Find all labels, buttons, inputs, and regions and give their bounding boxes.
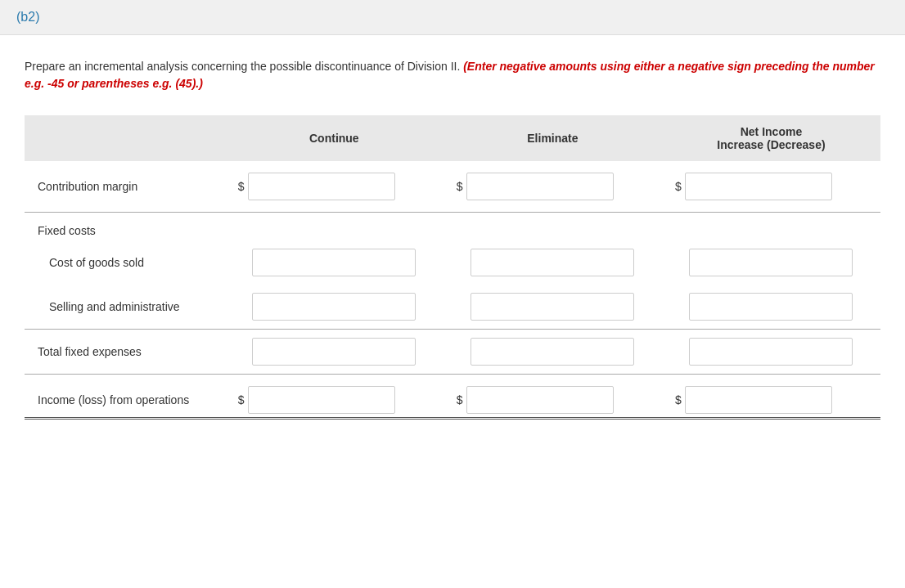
cell-income-net: $ [662, 375, 880, 419]
cell-cogs-eliminate [443, 240, 662, 285]
col-header-continue: Continue [225, 115, 443, 161]
input-selling-eliminate[interactable] [471, 293, 634, 321]
input-selling-net[interactable] [689, 293, 853, 321]
input-contribution-net[interactable] [685, 173, 832, 200]
input-cogs-continue[interactable] [252, 249, 416, 276]
label-total-fixed: Total fixed expenses [25, 330, 225, 375]
row-cost-of-goods: Cost of goods sold [25, 240, 880, 285]
input-total-net[interactable] [689, 338, 853, 366]
cell-contribution-netincome: $ [662, 161, 880, 213]
dollar-sign-cm-net: $ [675, 180, 682, 193]
row-total-fixed: Total fixed expenses [25, 330, 880, 375]
dollar-wrapper-income-eliminate: $ [457, 386, 649, 414]
dollar-sign-cm-eliminate: $ [457, 180, 463, 193]
instructions-static: Prepare an incremental analysis concerni… [25, 60, 460, 73]
input-total-continue[interactable] [252, 338, 416, 366]
row-contribution-margin: Contribution margin $ $ [25, 161, 880, 213]
row-income-loss: Income (loss) from operations $ $ [25, 375, 880, 419]
cell-contribution-eliminate: $ [443, 161, 662, 213]
dollar-wrapper-cm-eliminate: $ [457, 173, 649, 200]
dollar-wrapper-cm-net: $ [675, 173, 867, 200]
dollar-wrapper-income-net: $ [675, 386, 867, 414]
cell-selling-net [662, 285, 880, 330]
input-income-eliminate[interactable] [466, 386, 614, 414]
content-area: Prepare an incremental analysis concerni… [0, 35, 905, 442]
cell-total-net [662, 330, 880, 375]
input-contribution-eliminate[interactable] [466, 173, 614, 200]
cell-total-eliminate [443, 330, 662, 375]
input-total-eliminate[interactable] [471, 338, 634, 366]
col-header-label [25, 115, 225, 161]
input-income-continue[interactable] [248, 386, 395, 414]
cell-selling-eliminate [443, 285, 662, 330]
cell-total-continue [225, 330, 443, 375]
analysis-table: Continue Eliminate Net IncomeIncrease (D… [25, 115, 880, 420]
col-header-eliminate: Eliminate [443, 115, 662, 161]
instructions: Prepare an incremental analysis concerni… [25, 58, 880, 92]
row-selling-admin: Selling and administrative [25, 285, 880, 330]
cell-selling-continue [225, 285, 443, 330]
label-income-loss: Income (loss) from operations [25, 375, 225, 419]
input-cogs-eliminate[interactable] [471, 249, 634, 276]
input-selling-continue[interactable] [252, 293, 416, 321]
cell-cogs-continue [225, 240, 443, 285]
label-fixed-costs: Fixed costs [25, 213, 225, 241]
dollar-wrapper-cm-continue: $ [238, 173, 430, 200]
dollar-sign-income-continue: $ [238, 393, 245, 406]
cell-income-continue: $ [225, 375, 443, 419]
cell-cogs-net [662, 240, 880, 285]
label-contribution-margin: Contribution margin [25, 161, 225, 213]
label-selling-admin: Selling and administrative [25, 285, 225, 330]
input-cogs-net[interactable] [689, 249, 853, 276]
dollar-wrapper-income-continue: $ [238, 386, 430, 414]
cell-contribution-continue: $ [225, 161, 443, 213]
label-cost-of-goods: Cost of goods sold [25, 240, 225, 285]
page-wrapper: (b2) Prepare an incremental analysis con… [0, 0, 905, 588]
cell-income-eliminate: $ [443, 375, 662, 419]
input-income-net[interactable] [685, 386, 832, 414]
input-contribution-continue[interactable] [248, 173, 395, 200]
page-title: (b2) [16, 10, 39, 24]
col-header-netincome: Net IncomeIncrease (Decrease) [662, 115, 880, 161]
dollar-sign-income-net: $ [675, 393, 682, 406]
dollar-sign-cm-continue: $ [238, 180, 245, 193]
header-bar: (b2) [0, 0, 905, 35]
row-fixed-costs-header: Fixed costs [25, 213, 880, 241]
dollar-sign-income-eliminate: $ [457, 393, 463, 406]
table-header-row: Continue Eliminate Net IncomeIncrease (D… [25, 115, 880, 161]
